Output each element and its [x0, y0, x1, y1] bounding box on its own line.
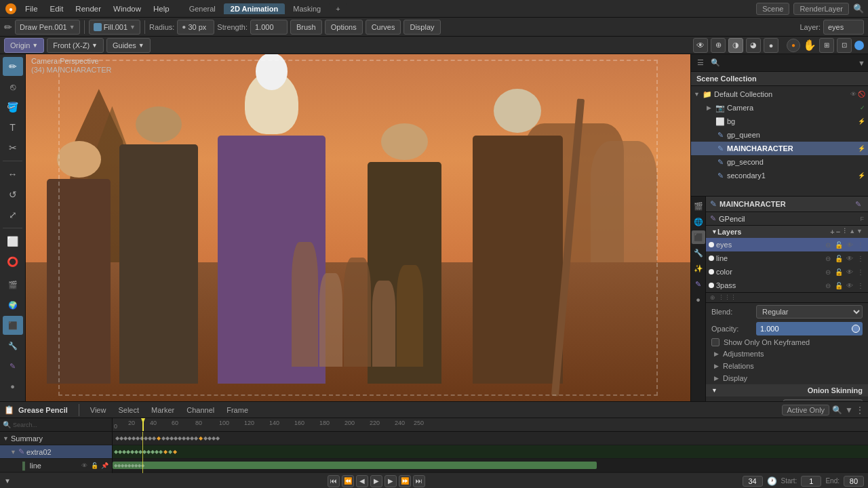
- filter-icon[interactable]: 🔍: [709, 56, 722, 70]
- viewport-shading-rendered[interactable]: ●: [764, 38, 778, 53]
- blender-logo[interactable]: ●: [4, 2, 18, 16]
- collection-item-maincharacter[interactable]: ▶ ✎ MAINCHARACTER ⚡: [691, 142, 868, 155]
- view-mode-btn[interactable]: Origin ▼: [4, 38, 44, 53]
- layer-color[interactable]: color ⊖ 🔓 👁 ⋮: [706, 265, 868, 279]
- text-tool[interactable]: T: [3, 118, 23, 137]
- cutter-tool[interactable]: ✂: [3, 138, 23, 157]
- search-icon[interactable]: 🔍: [853, 3, 864, 14]
- add-layer-btn[interactable]: +: [830, 228, 834, 236]
- summary-toggle[interactable]: ▼: [4, 477, 11, 485]
- object-props-icon[interactable]: ⬛: [692, 230, 705, 244]
- modifier-prop-icon[interactable]: 🔧: [3, 336, 23, 355]
- layer-hide-line[interactable]: 👁: [845, 255, 854, 262]
- view-perspective-btn[interactable]: ⊞: [819, 38, 834, 53]
- draw-tool[interactable]: ✏: [3, 57, 23, 76]
- show-only-keyframed-checkbox[interactable]: [711, 338, 719, 346]
- brush-btn[interactable]: Brush: [290, 20, 322, 35]
- layer-mask-eyes[interactable]: ⊖: [823, 241, 833, 249]
- jump-to-end-btn[interactable]: ⏭: [413, 475, 425, 487]
- track-line-visibility[interactable]: 👁: [79, 462, 89, 469]
- track-line[interactable]: ▶ ▌ line 👁 🔓 📌: [0, 459, 112, 472]
- render-layer-selector[interactable]: RenderLayer: [793, 3, 849, 15]
- layer-line[interactable]: line ⊖ 🔓 👁 ⋮: [706, 251, 868, 265]
- scene-selector[interactable]: Scene: [756, 3, 789, 15]
- layer-hide-eyes[interactable]: 👁: [845, 241, 854, 249]
- outliner-icon[interactable]: ☰: [694, 56, 707, 70]
- layer-lock-line[interactable]: 🔓: [834, 255, 844, 262]
- layer-hide-color[interactable]: 👁: [845, 268, 854, 276]
- layers-section-header[interactable]: ▼ Layers + − ⋮ ▲ ▼: [706, 226, 868, 238]
- modifier-props-icon[interactable]: 🔧: [692, 246, 705, 260]
- tab-general[interactable]: General: [182, 3, 222, 14]
- layer-mask-color[interactable]: ⊖: [823, 268, 833, 276]
- data-prop-icon[interactable]: ✎: [3, 357, 23, 375]
- material-props-icon[interactable]: ●: [692, 293, 705, 306]
- timeline-type-icon[interactable]: 📋: [4, 405, 14, 415]
- layer-3pass[interactable]: 3pass ⊖ 🔓 👁 ⋮: [706, 279, 868, 292]
- options-btn[interactable]: Options: [325, 20, 363, 35]
- jump-to-start-btn[interactable]: ⏮: [328, 475, 340, 487]
- viewport[interactable]: Camera Perspective (34) MAINCHARACTER: [26, 54, 690, 401]
- collection-item-camera[interactable]: ▶ 📷 Camera ✓: [691, 101, 868, 115]
- gizmo-btn[interactable]: ⊕: [711, 38, 726, 53]
- collection-item-bg[interactable]: ▶ ⬜ bg ⚡: [691, 115, 868, 128]
- menu-render[interactable]: Render: [71, 3, 106, 14]
- end-frame-display[interactable]: 80: [844, 476, 864, 487]
- layer-more-line[interactable]: ⋮: [856, 255, 865, 262]
- strength-input[interactable]: 1.000: [250, 20, 288, 35]
- scale-tool[interactable]: ⤢: [3, 205, 23, 224]
- radius-input[interactable]: ● 30 px: [177, 20, 214, 35]
- adjustments-header[interactable]: ▶ Adjustments: [706, 348, 868, 360]
- display-header[interactable]: ▶ Display: [706, 372, 868, 384]
- timeline-frame-btn[interactable]: Frame: [222, 405, 252, 415]
- viewport-shading-material[interactable]: ◕: [746, 38, 761, 53]
- world-prop-icon[interactable]: 🌍: [3, 296, 23, 314]
- current-frame-display[interactable]: 34: [743, 476, 763, 487]
- relations-header[interactable]: ▶ Relations: [706, 360, 868, 372]
- timeline-view-btn[interactable]: View: [86, 405, 111, 415]
- guides-btn[interactable]: Guides ▼: [106, 38, 151, 53]
- box-select-tool[interactable]: ⬜: [3, 232, 23, 251]
- circle-select-tool[interactable]: ⭕: [3, 252, 23, 271]
- tab-2d-animation[interactable]: 2D Animation: [224, 3, 285, 14]
- fill-selector[interactable]: Fill.001 ▼: [89, 20, 140, 35]
- timeline-select-btn[interactable]: Select: [114, 405, 143, 415]
- move-tool[interactable]: ↔: [3, 165, 23, 184]
- layer-move-down-btn[interactable]: ▼: [856, 228, 863, 236]
- layer-mask-3pass[interactable]: ⊖: [823, 282, 833, 289]
- track-line-lock[interactable]: 🔓: [90, 462, 99, 469]
- opacity-bar[interactable]: 1.000: [756, 322, 863, 336]
- layer-more-color[interactable]: ⋮: [856, 268, 865, 276]
- layer-mask-line[interactable]: ⊖: [823, 255, 833, 262]
- layer-lock-color[interactable]: 🔓: [834, 268, 844, 276]
- scene-prop-icon[interactable]: 🎬: [3, 275, 23, 294]
- jump-back-keyframe-btn[interactable]: ⏪: [342, 475, 354, 487]
- outliner-filter-btn[interactable]: ▼: [858, 59, 865, 67]
- fill-tool[interactable]: 🪣: [3, 98, 23, 117]
- navigate-icon[interactable]: ✋: [803, 39, 816, 52]
- tab-masking[interactable]: Masking: [286, 3, 328, 14]
- menu-window[interactable]: Window: [108, 3, 146, 14]
- collection-item-secondary1[interactable]: ▶ ✎ secondary1 ⚡: [691, 169, 868, 182]
- world-props-icon[interactable]: 🌐: [692, 215, 705, 228]
- timeline-search-icon[interactable]: 🔍: [832, 405, 842, 415]
- timeline-marker-btn[interactable]: Marker: [147, 405, 178, 415]
- scene-props-icon[interactable]: 🎬: [692, 199, 705, 213]
- visual-effect-props-icon[interactable]: ✨: [692, 262, 705, 275]
- remove-layer-btn[interactable]: −: [836, 228, 840, 236]
- active-only-toggle[interactable]: Active Only: [782, 405, 829, 415]
- layer-selector[interactable]: eyes: [823, 20, 864, 35]
- play-btn[interactable]: ▶: [370, 475, 382, 487]
- data-props-icon[interactable]: ✎: [692, 277, 705, 291]
- gpencil-fake-user[interactable]: F: [861, 216, 865, 222]
- layer-options-btn[interactable]: ⋮: [842, 228, 848, 236]
- mode-selector[interactable]: Draw Pen.001 ▼: [15, 20, 80, 35]
- collection-item-gp-queen[interactable]: ▶ ✎ gp_queen: [691, 128, 868, 142]
- timeline-filter-icon[interactable]: ▼: [845, 405, 853, 415]
- onion-skinning-header[interactable]: ▼ Onion Skinning: [706, 384, 868, 396]
- layer-hide-3pass[interactable]: 👁: [845, 282, 854, 289]
- jump-forward-keyframe-btn[interactable]: ⏩: [399, 475, 411, 487]
- layer-lock-eyes[interactable]: 🔓: [834, 241, 844, 249]
- eraser-tool[interactable]: ⎋: [3, 77, 23, 96]
- layer-more-eyes[interactable]: ⋮: [856, 241, 865, 249]
